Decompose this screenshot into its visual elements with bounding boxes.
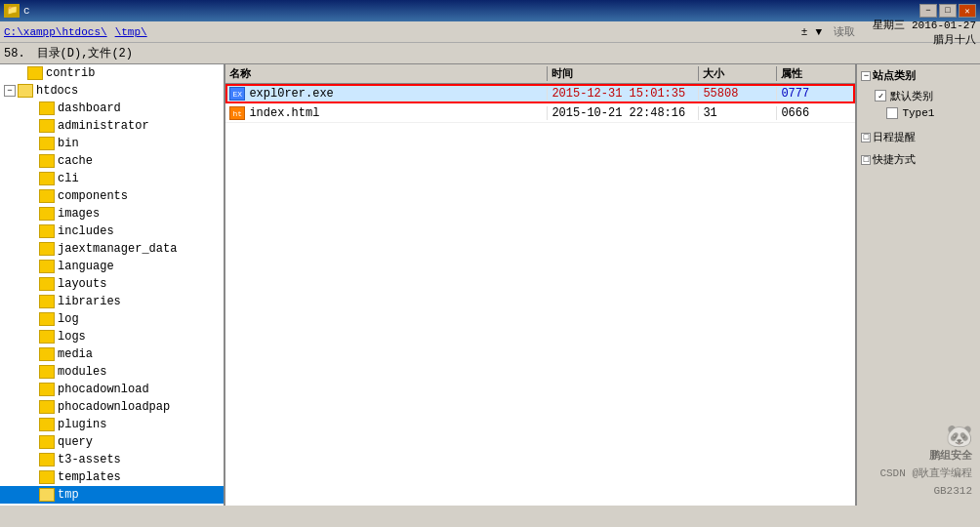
minimize-button[interactable]: − — [919, 4, 937, 18]
col-header-time[interactable]: 时间 — [548, 66, 699, 81]
checkbox-type1[interactable] — [886, 107, 898, 119]
tree-label-templates: templates — [58, 470, 121, 484]
dir-info: 目录(D),文件(2) — [37, 45, 133, 61]
sidebar-shortcut-row[interactable]: □ 快捷方式 — [861, 152, 976, 167]
tree-item-jaextmanager[interactable]: jaextmanager_data — [0, 240, 224, 258]
sidebar-label-type1: Type1 — [902, 107, 934, 119]
maximize-button[interactable]: □ — [939, 4, 957, 18]
file-name-html: ht index.html — [225, 106, 548, 120]
checkbox-default[interactable] — [875, 90, 886, 101]
tree-item-htdocs[interactable]: − htdocs — [0, 82, 224, 100]
tree-item-cache[interactable]: cache — [0, 152, 224, 170]
path-segment-c: C:\xampp\htdocs\ — [4, 26, 107, 38]
folder-icon-log — [39, 312, 55, 326]
sidebar-item-type1[interactable]: Type1 — [861, 104, 976, 122]
tree-item-dashboard[interactable]: dashboard — [0, 100, 224, 117]
tree-item-layouts[interactable]: layouts — [0, 275, 224, 293]
col-header-attr[interactable]: 属性 — [777, 66, 855, 81]
file-size-html: 31 — [699, 106, 777, 120]
html-icon: ht — [229, 106, 245, 120]
col-header-size[interactable]: 大小 — [699, 66, 777, 81]
plus-btn[interactable]: ± — [801, 26, 808, 38]
col-count: 58. — [4, 47, 25, 61]
file-attr-html: 0666 — [777, 106, 855, 120]
datetime-display: 星期三 2016-01-27 腊月十八 — [859, 18, 976, 47]
sidebar-label-schedule: 日程提醒 — [873, 130, 916, 144]
folder-icon-plugins — [39, 418, 55, 431]
folder-icon-layouts — [39, 277, 55, 291]
file-list: EX expl0rer.exe 2015-12-31 15:01:35 5580… — [225, 84, 855, 506]
folder-icon-includes — [39, 224, 55, 238]
sidebar-item-default[interactable]: 默认类别 — [861, 87, 976, 104]
folder-icon-jaextmanager — [39, 242, 55, 256]
path-link-c[interactable]: C:\xampp\htdocs\ — [4, 26, 107, 38]
tree-item-modules[interactable]: modules — [0, 363, 224, 381]
folder-icon-language — [39, 260, 55, 273]
col-header-name[interactable]: 名称 — [225, 66, 548, 81]
tree-item-phocadownload[interactable]: phocadownload — [0, 381, 224, 398]
file-time-html: 2015-10-21 22:48:16 — [548, 106, 699, 120]
close-button[interactable]: ✕ — [959, 4, 976, 18]
watermark-brand: 鹏组安全 — [879, 447, 972, 465]
main-area: contrib − htdocs dashboard administrator… — [0, 64, 980, 506]
path-link-tmp[interactable]: \tmp\ — [115, 26, 147, 38]
tree-item-logs[interactable]: logs — [0, 328, 224, 345]
sidebar-schedule-row[interactable]: □ 日程提醒 — [861, 130, 976, 144]
expand-htdocs[interactable]: − — [4, 85, 16, 97]
folder-icon-tmp — [39, 488, 55, 502]
toolbar-row: 58. 目录(D),文件(2) — [0, 43, 980, 64]
tree-label-images: images — [58, 207, 100, 221]
right-panel: 名称 时间 大小 属性 EX expl0rer.exe 2015-12-31 1… — [225, 64, 855, 506]
folder-icon-t3assets — [39, 453, 55, 466]
tree-label-query: query — [58, 435, 93, 449]
tree-item-phocadownloadpap[interactable]: phocadownloadpap — [0, 398, 224, 416]
tree-item-administrator[interactable]: administrator — [0, 117, 224, 135]
file-row-exe[interactable]: EX expl0rer.exe 2015-12-31 15:01:35 5580… — [225, 84, 855, 103]
tree-item-plugins[interactable]: plugins — [0, 416, 224, 433]
expand-icon-shortcut[interactable]: □ — [861, 155, 871, 165]
sidebar-section-type: − 站点类别 默认类别 Type1 — [861, 68, 976, 122]
window-title: c — [23, 5, 30, 17]
tree-label-libraries: libraries — [58, 295, 121, 308]
title-bar-buttons: − □ ✕ — [919, 4, 976, 18]
tree-item-log[interactable]: log — [0, 310, 224, 328]
folder-icon-libraries — [39, 295, 55, 308]
tree-label-includes: includes — [58, 224, 114, 238]
tree-item-tmp[interactable]: tmp — [0, 486, 224, 504]
column-headers: 名称 时间 大小 属性 — [225, 64, 855, 84]
watermark-sub1: CSDN @耿直学编程 — [879, 465, 972, 482]
tree-item-language[interactable]: language — [0, 258, 224, 275]
tree-item-components[interactable]: components — [0, 187, 224, 205]
tree-item-bin[interactable]: bin — [0, 135, 224, 152]
path-bar: C:\xampp\htdocs\ \tmp\ ± ▼ 读取 星期三 2016-0… — [0, 21, 980, 43]
tree-item-images[interactable]: images — [0, 205, 224, 223]
sidebar-expand-btn[interactable]: − 站点类别 — [861, 68, 976, 83]
tree-label-media: media — [58, 347, 93, 361]
right-sidebar: − 站点类别 默认类别 Type1 □ 日程提醒 □ 快捷方式 — [855, 64, 980, 506]
tree-item-libraries[interactable]: libraries — [0, 293, 224, 310]
tree-item-cli[interactable]: cli — [0, 170, 224, 187]
folder-icon-administrator — [39, 119, 55, 133]
tree-item-includes[interactable]: includes — [0, 223, 224, 240]
tree-item-media[interactable]: media — [0, 345, 224, 363]
sidebar-label-shortcut: 快捷方式 — [873, 152, 916, 167]
tree-item-templates[interactable]: templates — [0, 468, 224, 486]
dropdown-btn[interactable]: ▼ — [815, 26, 822, 38]
tree-item-query[interactable]: query — [0, 433, 224, 451]
sidebar-section-shortcut: □ 快捷方式 — [861, 152, 976, 167]
watermark-logo: 🐼 — [879, 429, 972, 447]
tree-item-contrib[interactable]: contrib — [0, 64, 224, 82]
folder-icon-images — [39, 207, 55, 221]
title-bar: 📁 c − □ ✕ — [0, 0, 980, 21]
toolbar-left: 58. 目录(D),文件(2) — [4, 45, 133, 61]
tree-label-dashboard: dashboard — [58, 101, 121, 115]
tree-label-plugins: plugins — [58, 418, 106, 431]
file-row-html[interactable]: ht index.html 2015-10-21 22:48:16 31 066… — [225, 103, 855, 123]
tree-item-t3assets[interactable]: t3-assets — [0, 451, 224, 468]
tree-label-components: components — [58, 189, 128, 203]
tree-label-logs: logs — [58, 330, 86, 344]
expand-icon-schedule[interactable]: □ — [861, 133, 871, 142]
folder-icon-cache — [39, 154, 55, 168]
folder-icon-contrib — [27, 66, 43, 80]
expand-icon-site[interactable]: − — [861, 71, 871, 81]
